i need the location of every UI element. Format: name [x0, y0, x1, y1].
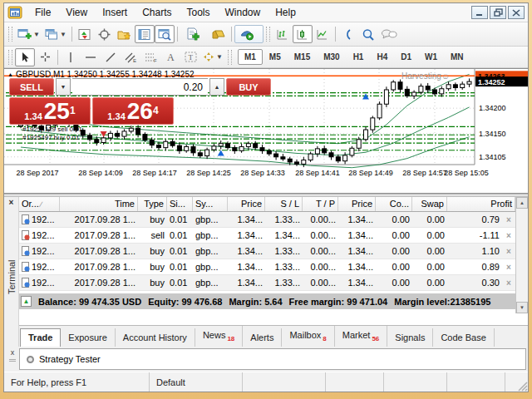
- fibonacci-button[interactable]: F: [140, 48, 160, 66]
- zoom-in-button[interactable]: [358, 25, 378, 43]
- terminal-toggle-button[interactable]: [135, 25, 155, 43]
- tab-market[interactable]: Market56: [335, 326, 388, 347]
- tester-close-button[interactable]: x: [11, 348, 15, 357]
- toolbar-grip[interactable]: [228, 50, 232, 65]
- collapse-triangle-icon[interactable]: ▲: [7, 71, 13, 77]
- order-row[interactable]: 192...2017.09.28 1...sell0.01gbp...1.34.…: [19, 228, 528, 244]
- arrows-button[interactable]: ▼: [200, 48, 225, 66]
- order-row[interactable]: 192...2017.09.28 1...buy0.01gbp...1.34..…: [19, 275, 528, 291]
- order-row[interactable]: 192...2017.09.28 1...buy0.01gbp...1.34..…: [19, 259, 528, 275]
- column-header-price[interactable]: Price: [228, 197, 265, 211]
- vertical-scrollbar[interactable]: ▲ ▼: [515, 197, 528, 313]
- text-label-button[interactable]: T: [180, 48, 200, 66]
- timeframe-m5[interactable]: M5: [263, 49, 288, 65]
- toolbar-grip[interactable]: [266, 27, 270, 42]
- timeframe-mn[interactable]: MN: [444, 49, 470, 65]
- column-header-si[interactable]: Si...: [167, 197, 193, 211]
- sell-price-box[interactable]: 1.34251: [9, 97, 91, 125]
- terminal-close-button[interactable]: ×: [9, 198, 14, 208]
- minimize-button[interactable]: [471, 6, 488, 19]
- column-header-profit[interactable]: Profit: [447, 197, 515, 211]
- toolbar-grip[interactable]: [8, 50, 12, 65]
- restore-button[interactable]: [490, 6, 506, 19]
- column-header-swap[interactable]: Swap: [412, 197, 447, 211]
- sell-button[interactable]: SELL: [9, 78, 54, 96]
- order-row[interactable]: 192...2017.09.28 1...buy0.01gbp...1.34..…: [19, 244, 528, 259]
- timeframe-d1[interactable]: D1: [394, 49, 418, 65]
- scroll-up-button[interactable]: ▲: [516, 197, 528, 209]
- equidistant-channel-button[interactable]: E: [121, 48, 140, 66]
- chart-window-icon[interactable]: [7, 6, 24, 19]
- toolbar-grip[interactable]: [8, 27, 12, 42]
- column-header-co[interactable]: Co...: [376, 197, 412, 211]
- market-watch-button[interactable]: [75, 25, 95, 43]
- volume-increase-button[interactable]: ▲: [209, 78, 224, 96]
- close-position-button[interactable]: ×: [502, 231, 515, 240]
- autotrading-button[interactable]: [234, 25, 264, 43]
- zoom-out-button[interactable]: [338, 25, 358, 43]
- tester-grip[interactable]: [9, 359, 16, 370]
- data-window-button[interactable]: [95, 25, 115, 43]
- tab-code-base[interactable]: Code Base: [433, 328, 494, 347]
- resize-grip-icon[interactable]: [515, 372, 528, 392]
- tab-account-history[interactable]: Account History: [116, 328, 195, 347]
- crosshair-button[interactable]: [35, 48, 55, 66]
- text-button[interactable]: A: [160, 48, 180, 66]
- profiles-button[interactable]: ▼: [42, 25, 69, 43]
- timeframe-h4[interactable]: H4: [370, 49, 394, 65]
- strategy-tester-bar[interactable]: Strategy Tester: [19, 348, 526, 370]
- tab-trade[interactable]: Trade: [20, 328, 61, 347]
- table-header: Or...∕TimeTypeSi...Sy...PriceS / LT / PP…: [19, 197, 528, 212]
- candlestick-chart-button[interactable]: [293, 25, 313, 43]
- tab-exposure[interactable]: Exposure: [61, 328, 115, 347]
- tab-signals[interactable]: Signals: [387, 328, 433, 347]
- column-header-or[interactable]: Or...∕: [19, 197, 60, 211]
- new-chart-button[interactable]: ▼: [15, 25, 42, 43]
- strategy-tester-toggle-button[interactable]: [155, 25, 175, 43]
- vertical-line-button[interactable]: [61, 48, 81, 66]
- menu-insert[interactable]: Insert: [95, 5, 135, 20]
- menu-window[interactable]: Window: [218, 5, 268, 20]
- column-header-tp[interactable]: T / P: [303, 197, 338, 211]
- timeframe-h1[interactable]: H1: [347, 49, 371, 65]
- menu-view[interactable]: View: [58, 5, 95, 20]
- column-header-time[interactable]: Time: [60, 197, 138, 211]
- buy-button[interactable]: BUY: [226, 78, 271, 96]
- tab-mailbox[interactable]: Mailbox8: [282, 326, 334, 347]
- close-position-button[interactable]: ×: [502, 278, 515, 288]
- scroll-down-button[interactable]: ▼: [516, 302, 528, 313]
- timeframe-m30[interactable]: M30: [317, 49, 346, 65]
- menu-charts[interactable]: Charts: [135, 5, 179, 20]
- navigator-button[interactable]: [115, 25, 135, 43]
- volume-decrease-button[interactable]: ▼: [56, 78, 71, 96]
- column-header-sy[interactable]: Sy...: [193, 197, 228, 211]
- chat-button[interactable]: [378, 25, 400, 43]
- timeframe-m15[interactable]: M15: [288, 49, 317, 65]
- menu-help[interactable]: Help: [268, 5, 303, 20]
- svg-text:#19254129 sell 0.01: #19254129 sell 0.01: [22, 126, 83, 133]
- tab-alerts[interactable]: Alerts: [243, 328, 282, 347]
- trendline-button[interactable]: [101, 48, 121, 66]
- scrollbar-track[interactable]: [516, 209, 528, 302]
- buy-price-box[interactable]: 1.34264: [92, 97, 174, 125]
- timeframe-m1[interactable]: M1: [238, 49, 263, 65]
- menu-file[interactable]: File: [27, 5, 58, 20]
- close-position-button[interactable]: ×: [502, 215, 515, 224]
- menu-tools[interactable]: Tools: [180, 5, 218, 20]
- column-header-price[interactable]: Price: [338, 197, 376, 211]
- tab-news[interactable]: News18: [195, 326, 243, 347]
- column-header-sl[interactable]: S / L: [265, 197, 303, 211]
- metaeditor-button[interactable]: [209, 25, 229, 43]
- line-chart-button[interactable]: [313, 25, 332, 43]
- close-button[interactable]: [508, 6, 525, 19]
- close-position-button[interactable]: ×: [502, 247, 515, 256]
- column-header-type[interactable]: Type: [138, 197, 167, 211]
- bar-chart-button[interactable]: [273, 25, 293, 43]
- close-position-button[interactable]: ×: [502, 263, 515, 272]
- timeframe-w1[interactable]: W1: [418, 49, 444, 65]
- order-row[interactable]: 192...2017.09.28 1...buy0.01gbp...1.34..…: [19, 212, 528, 228]
- cursor-button[interactable]: [15, 48, 35, 66]
- volume-input[interactable]: [72, 78, 208, 96]
- new-order-button[interactable]: [180, 25, 209, 43]
- horizontal-line-button[interactable]: [81, 48, 101, 66]
